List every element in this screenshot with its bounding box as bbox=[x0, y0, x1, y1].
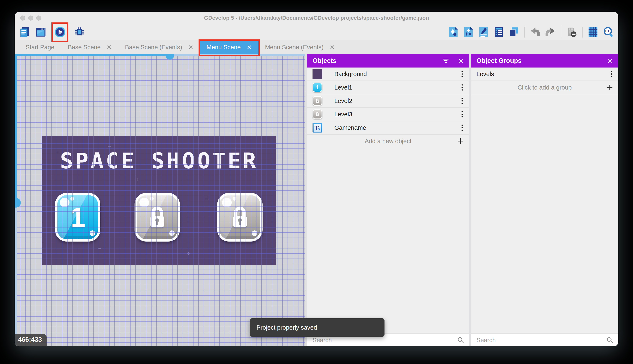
add-group-button[interactable]: Click to add a group bbox=[471, 81, 618, 94]
instances-list-icon[interactable] bbox=[493, 26, 505, 38]
toggle-mask-icon[interactable] bbox=[566, 26, 578, 38]
redo-icon[interactable] bbox=[544, 26, 556, 38]
close-window-button[interactable] bbox=[20, 16, 25, 20]
group-menu-icon[interactable] bbox=[610, 70, 613, 78]
level2-button-object[interactable] bbox=[135, 193, 180, 242]
tab-label: Menu Scene bbox=[206, 44, 241, 51]
properties-panel-icon[interactable] bbox=[478, 26, 489, 38]
search-icon bbox=[606, 337, 613, 344]
panel-resize-handle[interactable] bbox=[469, 54, 471, 346]
group-name: Levels bbox=[476, 71, 494, 78]
object-name: Background bbox=[334, 71, 367, 78]
object-menu-icon[interactable] bbox=[461, 84, 464, 92]
background-object-icon bbox=[312, 69, 322, 79]
object-row-level2[interactable]: Level2 bbox=[307, 94, 469, 108]
object-row-background[interactable]: Background bbox=[307, 68, 469, 81]
toast-message: Project properly saved bbox=[256, 324, 317, 331]
tab-base-scene-events[interactable]: Base Scene (Events) bbox=[118, 40, 200, 54]
minimize-window-button[interactable] bbox=[28, 16, 33, 20]
save-toast: Project properly saved bbox=[250, 318, 385, 337]
group-row-levels[interactable]: Levels bbox=[471, 68, 618, 81]
add-group-label: Click to add a group bbox=[518, 84, 572, 91]
object-menu-icon[interactable] bbox=[461, 124, 464, 132]
tab-label: Menu Scene (Events) bbox=[265, 44, 324, 51]
object-menu-icon[interactable] bbox=[461, 97, 464, 105]
show-objects-panel-icon[interactable] bbox=[447, 26, 459, 38]
tab-base-scene[interactable]: Base Scene bbox=[61, 40, 118, 54]
close-panel-icon[interactable] bbox=[458, 58, 464, 64]
toggle-grid-icon[interactable] bbox=[587, 26, 599, 38]
play-icon[interactable] bbox=[54, 26, 66, 38]
show-object-groups-panel-icon[interactable] bbox=[463, 26, 474, 38]
object-name: Level1 bbox=[334, 84, 352, 91]
play-button-annotation bbox=[54, 26, 66, 38]
app-window: GDevelop 5 - /Users/dkarakay/Documents/G… bbox=[15, 12, 618, 346]
traffic-lights bbox=[20, 16, 41, 20]
groups-search-input[interactable] bbox=[476, 336, 606, 344]
main-toolbar: 1:1 bbox=[15, 24, 618, 40]
debug-icon[interactable] bbox=[74, 26, 85, 38]
level2-object-icon bbox=[312, 96, 322, 106]
object-name: Level3 bbox=[334, 111, 352, 118]
zoom-1-1-icon[interactable]: 1:1 bbox=[602, 26, 614, 38]
undo-icon[interactable] bbox=[529, 26, 541, 38]
tab-label: Base Scene (Events) bbox=[125, 44, 182, 51]
level1-number: 1 bbox=[57, 195, 98, 239]
add-new-object-button[interactable]: Add a new object bbox=[307, 134, 469, 148]
tab-start-page[interactable]: Start Page bbox=[19, 40, 61, 54]
project-manager-icon[interactable] bbox=[19, 26, 31, 38]
objects-panel: Objects Background 1 Level1 L bbox=[307, 54, 469, 346]
close-tab-icon[interactable] bbox=[188, 45, 193, 50]
plus-icon[interactable] bbox=[457, 138, 464, 145]
object-row-level1[interactable]: 1 Level1 bbox=[307, 81, 469, 94]
search-icon bbox=[457, 337, 464, 344]
plus-icon[interactable] bbox=[606, 84, 613, 91]
scene-editor-icon[interactable] bbox=[35, 26, 47, 38]
tab-label: Start Page bbox=[26, 44, 54, 51]
vertical-scrollbar[interactable] bbox=[15, 54, 17, 202]
tab-menu-scene[interactable]: Menu Scene bbox=[200, 40, 258, 54]
window-title: GDevelop 5 - /Users/dkarakay/Documents/G… bbox=[204, 15, 429, 21]
scene-canvas[interactable]: SPACE SHOOTER 1 bbox=[15, 54, 305, 346]
object-groups-panel-header: Object Groups bbox=[471, 54, 618, 68]
close-tab-icon[interactable] bbox=[330, 45, 335, 50]
horizontal-scrollbar-track[interactable] bbox=[173, 54, 305, 56]
zoom-1-1-label: 1:1 bbox=[604, 29, 610, 33]
level3-button-object[interactable] bbox=[217, 193, 262, 242]
scene-title-text-object[interactable]: SPACE SHOOTER bbox=[42, 148, 276, 174]
close-tab-icon[interactable] bbox=[107, 45, 111, 50]
object-groups-panel-title: Object Groups bbox=[476, 57, 522, 64]
object-groups-panel: Object Groups Levels Click to add a grou… bbox=[471, 54, 618, 346]
toolbar-right-group: 1:1 bbox=[447, 26, 614, 38]
content-area: SPACE SHOOTER 1 bbox=[15, 54, 618, 346]
horizontal-scrollbar[interactable] bbox=[15, 54, 173, 56]
object-row-level3[interactable]: Level3 bbox=[307, 108, 469, 121]
groups-search-bar bbox=[471, 334, 618, 346]
close-tab-icon[interactable] bbox=[247, 45, 252, 50]
tab-label: Base Scene bbox=[68, 44, 101, 51]
toolbar-separator bbox=[561, 27, 561, 38]
layers-panel-icon[interactable] bbox=[508, 26, 520, 38]
object-row-gamename[interactable]: Tx Gamename bbox=[307, 121, 469, 134]
vertical-scrollbar-thumb[interactable] bbox=[15, 198, 21, 208]
object-menu-icon[interactable] bbox=[461, 110, 464, 118]
object-menu-icon[interactable] bbox=[461, 70, 464, 78]
toolbar-separator bbox=[524, 27, 525, 38]
objects-panel-title: Objects bbox=[312, 57, 337, 64]
objects-panel-header: Objects bbox=[307, 54, 469, 68]
scene-background-object[interactable]: SPACE SHOOTER 1 bbox=[42, 136, 276, 265]
level3-object-icon bbox=[312, 110, 322, 119]
lock-icon bbox=[219, 195, 260, 239]
horizontal-scrollbar-thumb[interactable] bbox=[165, 54, 174, 60]
toolbar-left-group bbox=[19, 26, 85, 38]
panel-resize-handle[interactable] bbox=[305, 54, 307, 346]
lock-icon bbox=[137, 195, 178, 239]
zoom-window-button[interactable] bbox=[36, 16, 41, 20]
toolbar-separator bbox=[582, 27, 583, 38]
objects-search-input[interactable] bbox=[312, 336, 457, 344]
filter-icon[interactable] bbox=[443, 58, 449, 63]
vertical-scrollbar-track[interactable] bbox=[15, 202, 17, 346]
tab-menu-scene-events[interactable]: Menu Scene (Events) bbox=[258, 40, 341, 54]
level1-button-object[interactable]: 1 bbox=[55, 193, 100, 242]
close-panel-icon[interactable] bbox=[607, 58, 613, 64]
